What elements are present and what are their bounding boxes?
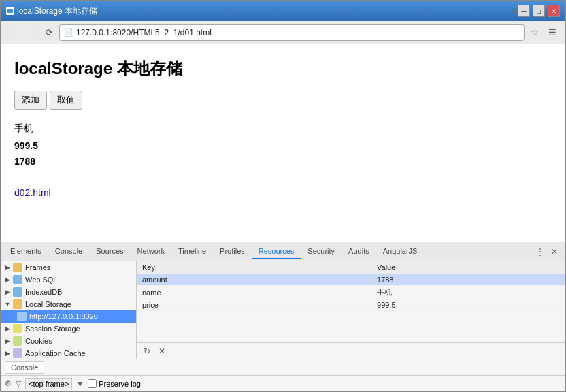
- page-link[interactable]: d02.html: [14, 187, 51, 198]
- col-key-header: Key: [137, 261, 371, 274]
- output-line1: 手机: [14, 120, 552, 135]
- url-text: 127.0.0.1:8020/HTML5_2_1/d01.html: [76, 28, 520, 37]
- appcache-icon: [13, 348, 22, 358]
- sidebar-item-frames[interactable]: ▶ Frames: [1, 261, 136, 274]
- table-cell-value: 手机: [371, 286, 565, 299]
- indexeddb-icon: [13, 287, 22, 297]
- window-controls: ─ □ ✕: [518, 5, 560, 17]
- bottom-bar: ⚙ ▽ <top frame> ▼ Preserve log: [1, 375, 565, 391]
- table-container: Key Value amount 1788 name: [137, 261, 565, 342]
- localstorage-icon: [13, 299, 22, 309]
- table-cell-key: price: [137, 299, 371, 311]
- sidebar-item-label: Frames: [25, 263, 50, 272]
- devtools-panel: Elements Console Sources Network Timelin…: [1, 242, 565, 391]
- devtools-tab-sources[interactable]: Sources: [89, 244, 130, 259]
- expand-icon: ▶: [3, 337, 12, 345]
- devtools-tab-timeline[interactable]: Timeline: [171, 244, 213, 259]
- expand-icon: ▼: [3, 300, 12, 308]
- frame-selector-arrow[interactable]: ▼: [76, 380, 84, 388]
- browser-window: localStorage 本地存储 ✕ ─ □ ✕ ← → ⟳ 📄 127.0.…: [0, 0, 566, 392]
- table-row[interactable]: name 手机: [137, 286, 565, 299]
- expand-icon: ▶: [3, 276, 12, 284]
- devtools-tab-bar: Elements Console Sources Network Timelin…: [1, 242, 565, 261]
- sidebar-item-label: Application Cache: [25, 349, 86, 357]
- expand-icon: ▶: [3, 349, 12, 357]
- sidebar-item-label: Web SQL: [25, 276, 58, 284]
- refresh-button[interactable]: ⟳: [41, 25, 56, 40]
- sessionstorage-icon: [13, 324, 22, 333]
- devtools-more-icon[interactable]: ⋮: [534, 247, 546, 257]
- forward-button[interactable]: →: [24, 25, 39, 40]
- minimize-button[interactable]: ─: [518, 5, 530, 17]
- sidebar-item-label: Session Storage: [25, 325, 80, 333]
- devtools-main-panel: Key Value amount 1788 name: [137, 261, 565, 359]
- devtools-tab-profiles[interactable]: Profiles: [213, 244, 252, 259]
- output-line3: 1788: [14, 154, 552, 169]
- cookies-icon: [13, 336, 22, 346]
- title-bar: localStorage 本地存储 ✕ ─ □ ✕: [1, 1, 565, 21]
- devtools-icons: ⋮ ✕: [531, 247, 563, 257]
- devtools-toolbar: ↻ ✕: [137, 342, 565, 359]
- sidebar-item-label: Cookies: [25, 337, 52, 345]
- table-cell-key: name: [137, 286, 371, 299]
- devtools-tab-network[interactable]: Network: [131, 244, 171, 259]
- sidebar-item-sessionstorage[interactable]: ▶ Session Storage: [1, 323, 136, 335]
- sidebar-item-localstorage[interactable]: ▼ Local Storage: [1, 298, 136, 310]
- page-title: localStorage 本地存储: [14, 58, 552, 80]
- back-button[interactable]: ←: [6, 25, 21, 40]
- frames-icon: [13, 263, 22, 272]
- frame-selector[interactable]: <top frame>: [25, 378, 72, 389]
- expand-icon: ▶: [3, 263, 12, 272]
- svg-rect-1: [7, 9, 13, 13]
- sidebar-item-websql[interactable]: ▶ Web SQL: [1, 274, 136, 286]
- address-bar: ← → ⟳ 📄 127.0.0.1:8020/HTML5_2_1/d01.htm…: [1, 21, 565, 44]
- delete-storage-button[interactable]: ✕: [156, 345, 168, 357]
- devtools-body: ▶ Frames ▶ Web SQL ▶ IndexedDB: [1, 261, 565, 359]
- title-bar-left: localStorage 本地存储 ✕: [6, 5, 518, 17]
- table-row[interactable]: amount 1788: [137, 274, 565, 286]
- devtools-tab-angularjs[interactable]: AngularJS: [376, 244, 424, 259]
- devtools-tab-elements[interactable]: Elements: [3, 244, 48, 259]
- tab-favicon: [6, 7, 14, 15]
- preserve-log-container: Preserve log: [88, 379, 141, 388]
- websql-icon: [13, 275, 22, 284]
- get-button[interactable]: 取值: [50, 91, 82, 110]
- url-file-icon: 📄: [64, 28, 73, 37]
- close-button[interactable]: ✕: [548, 5, 560, 17]
- sidebar-item-localhost[interactable]: http://127.0.0.1:8020: [1, 310, 136, 323]
- maximize-button[interactable]: □: [533, 5, 545, 17]
- devtools-filter-icon[interactable]: ▽: [16, 379, 21, 388]
- devtools-close-icon[interactable]: ✕: [549, 247, 560, 257]
- expand-icon: ▶: [3, 288, 12, 296]
- devtools-tab-security[interactable]: Security: [301, 244, 342, 259]
- bookmark-button[interactable]: ☆: [527, 25, 542, 40]
- devtools-settings-icon[interactable]: ⚙: [5, 379, 12, 388]
- devtools-tab-console[interactable]: Console: [48, 244, 89, 259]
- button-group: 添加 取值: [14, 91, 552, 110]
- sidebar-item-label: IndexedDB: [25, 288, 62, 296]
- refresh-storage-button[interactable]: ↻: [141, 345, 153, 357]
- console-bar: Console: [1, 359, 565, 375]
- storage-icon: [17, 312, 27, 321]
- col-value-header: Value: [371, 261, 565, 274]
- add-button[interactable]: 添加: [14, 91, 47, 110]
- output-line2: 999.5: [14, 138, 552, 153]
- devtools-sidebar: ▶ Frames ▶ Web SQL ▶ IndexedDB: [1, 261, 137, 359]
- preserve-log-checkbox[interactable]: [88, 379, 97, 388]
- sidebar-item-indexeddb[interactable]: ▶ IndexedDB: [1, 286, 136, 298]
- sidebar-item-appcache[interactable]: ▶ Application Cache: [1, 347, 136, 359]
- table-cell-value: 1788: [371, 274, 565, 286]
- devtools-tab-resources[interactable]: Resources: [252, 244, 301, 259]
- tab-title: localStorage 本地存储: [17, 5, 506, 17]
- sidebar-item-label: Local Storage: [25, 300, 71, 308]
- tab-close-button[interactable]: ✕: [512, 7, 518, 16]
- menu-button[interactable]: ☰: [545, 25, 560, 40]
- url-bar[interactable]: 📄 127.0.0.1:8020/HTML5_2_1/d01.html: [59, 24, 525, 41]
- console-tab-button[interactable]: Console: [5, 361, 44, 374]
- devtools-tab-audits[interactable]: Audits: [342, 244, 376, 259]
- table-row[interactable]: price 999.5: [137, 299, 565, 311]
- table-cell-key: amount: [137, 274, 371, 286]
- table-cell-value: 999.5: [371, 299, 565, 311]
- preserve-log-label: Preserve log: [99, 380, 141, 388]
- sidebar-item-cookies[interactable]: ▶ Cookies: [1, 335, 136, 347]
